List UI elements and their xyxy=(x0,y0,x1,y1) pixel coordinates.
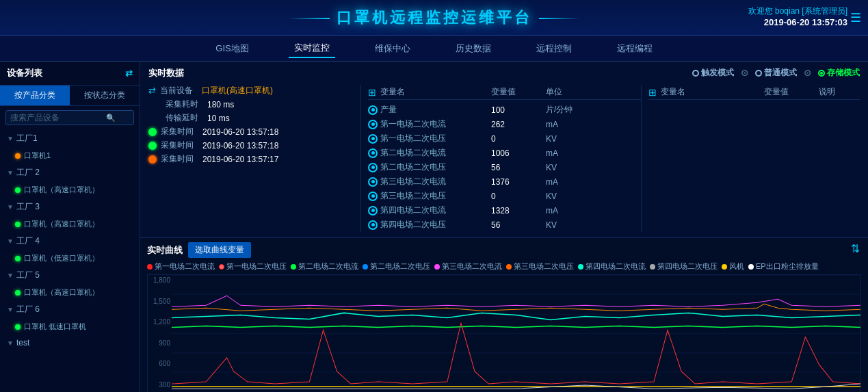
header: 口罩机远程监控运维平台 欢迎您 boqian [系统管理员] 2019-06-2… xyxy=(0,0,868,36)
factory-item-test[interactable]: ▼ test xyxy=(0,335,140,351)
header-right: 欢迎您 boqian [系统管理员] 2019-06-20 13:57:03 xyxy=(748,5,847,27)
device-item-4-1[interactable]: 口罩机（低速口罩机） xyxy=(0,250,140,266)
swap-icon[interactable]: ⇄ xyxy=(148,86,156,96)
tab-by-status[interactable]: 按状态分类 xyxy=(70,86,140,105)
search-input[interactable] xyxy=(10,113,106,122)
var-val-7: 1328 xyxy=(491,206,546,215)
collect-row: 采集耗时 180 ms xyxy=(148,99,354,110)
select-curve-btn[interactable]: 选取曲线变量 xyxy=(188,242,251,258)
status-dot xyxy=(15,187,21,193)
expand-arrow: ▼ xyxy=(7,339,14,347)
factory-name: 工厂 3 xyxy=(16,201,40,213)
main-layout: 设备列表 ⇄ 按产品分类 按状态分类 🔍 ▼ 工厂1 口罩机1 ▼ 工厂 2 xyxy=(0,62,868,392)
legend-dot-2 xyxy=(291,264,296,270)
var-val-0: 100 xyxy=(491,105,546,115)
time-row-3: 采集时间 2019-06-20 13:57:17 xyxy=(148,153,354,165)
legend-item-9: EP出口粉尘排放量 xyxy=(748,261,819,272)
device-item-1-1[interactable]: 口罩机1 xyxy=(0,148,140,164)
var-row-2: 第一电场二次电压 0 KV xyxy=(368,131,641,146)
var-unit-0: 片/分钟 xyxy=(546,104,587,116)
factory-name: 工厂 5 xyxy=(16,270,40,281)
trigger-mode-btn[interactable]: 触发模式 xyxy=(692,67,734,79)
trigger-label: 触发模式 xyxy=(701,67,734,79)
chart-section: 实时曲线 选取曲线变量 第一电场二次电流 第一电场二次电压 第二电场二次电流 xyxy=(140,238,868,392)
realtime-title: 实时数据 触发模式 ⊙ 普通模式 ⊙ 存储模式 xyxy=(148,67,860,79)
status-green-1 xyxy=(148,128,157,136)
var-unit-2: KV xyxy=(546,134,587,144)
factory-item-3[interactable]: ▼ 工厂 3 xyxy=(0,198,140,216)
var-val-8: 56 xyxy=(491,220,546,230)
nav-item-programming[interactable]: 远程编程 xyxy=(611,40,658,57)
legend-dot-9 xyxy=(748,264,754,270)
var-val-5: 1376 xyxy=(491,177,546,187)
var-name-1: 第一电场二次电流 xyxy=(380,118,446,130)
expand-arrow: ▼ xyxy=(7,272,14,279)
expand-arrow: ▼ xyxy=(7,237,14,245)
factory-name: 工厂1 xyxy=(16,133,38,144)
var-row-4: 第二电场二次电压 56 KV xyxy=(368,160,641,174)
legend-label-1: 第一电场二次电压 xyxy=(226,261,287,272)
var-icon-7 xyxy=(368,206,378,215)
nav-item-history[interactable]: 历史数据 xyxy=(450,40,497,57)
var-icon-6 xyxy=(368,192,378,201)
normal-mode-btn[interactable]: 普通模式 xyxy=(755,67,797,79)
y-label-0: 1,800 xyxy=(149,276,170,284)
var-row-0: 产量 100 片/分钟 xyxy=(368,103,641,117)
device-item-3-1[interactable]: 口罩机（高速口罩机） xyxy=(0,216,140,232)
chart-refresh-icon[interactable]: ⇅ xyxy=(851,242,860,255)
legend-item-5: 第三电场二次电压 xyxy=(506,261,574,272)
collect-value: 180 ms xyxy=(207,100,234,109)
factory-item-1[interactable]: ▼ 工厂1 xyxy=(0,129,140,148)
nav-item-gis[interactable]: GIS地图 xyxy=(210,40,254,57)
var-unit-8: KV xyxy=(546,220,587,230)
legend-label-2: 第二电场二次电流 xyxy=(298,261,358,272)
nav-bar: GIS地图 实时监控 维保中心 历史数据 远程控制 远程编程 xyxy=(0,36,868,62)
factory-item-4[interactable]: ▼ 工厂 4 xyxy=(0,232,140,250)
legend-dot-6 xyxy=(578,264,583,270)
legend-item-7: 第四电场二次电压 xyxy=(650,261,718,272)
realtime-title-text: 实时数据 xyxy=(148,67,184,79)
menu-icon[interactable]: ☰ xyxy=(850,10,861,25)
legend-dot-0 xyxy=(147,264,153,270)
var-name-6: 第三电场二次电压 xyxy=(380,190,446,202)
normal-radio xyxy=(755,70,762,77)
app-title: 口罩机远程监控运维平台 xyxy=(282,8,587,28)
legend-label-0: 第一电场二次电流 xyxy=(155,261,215,272)
datetime-display: 2019-06-20 13:57:03 xyxy=(748,17,847,27)
search-icon: 🔍 xyxy=(106,114,116,122)
var-icon-2 xyxy=(368,134,378,144)
var-row-3: 第二电场二次电流 1006 mA xyxy=(368,146,641,160)
nav-item-monitor[interactable]: 实时监控 xyxy=(289,39,335,58)
nav-item-control[interactable]: 远程控制 xyxy=(531,40,577,57)
tab-by-product[interactable]: 按产品分类 xyxy=(0,86,70,105)
var-unit-3: mA xyxy=(546,148,587,158)
right-col-varval: 变量值 xyxy=(764,86,819,98)
var-unit-7: mA xyxy=(546,206,587,215)
device-item-6-1[interactable]: 口罩机 低速口罩机 xyxy=(0,319,140,335)
legend-dot-1 xyxy=(219,264,224,270)
factory-item-6[interactable]: ▼ 工厂 6 xyxy=(0,300,140,319)
factory-item-5[interactable]: ▼ 工厂 5 xyxy=(0,266,140,285)
status-orange xyxy=(148,155,157,164)
legend-label-3: 第二电场二次电压 xyxy=(370,261,430,272)
sidebar-refresh-icon[interactable]: ⇄ xyxy=(125,68,133,79)
factory-item-2[interactable]: ▼ 工厂 2 xyxy=(0,164,140,182)
device-info: ⇄ 当前设备 口罩机(高速口罩机) 采集耗时 180 ms 传输延时 10 ms xyxy=(148,85,360,232)
mode-divider: ⊙ xyxy=(741,68,748,78)
device-item-5-1[interactable]: 口罩机（高速口罩机） xyxy=(0,285,140,300)
storage-mode-btn[interactable]: 存储模式 xyxy=(818,67,860,79)
nav-item-maintenance[interactable]: 维保中心 xyxy=(369,40,416,57)
var-name-5: 第三电场二次电流 xyxy=(380,176,446,187)
device-item-2-1[interactable]: 口罩机（高速口罩机） xyxy=(0,182,140,198)
transfer-value: 10 ms xyxy=(207,114,230,123)
right-col-varname: 变量名 xyxy=(661,86,685,98)
sidebar-title: 设备列表 xyxy=(7,67,42,79)
legend-label-8: 风机 xyxy=(729,261,744,272)
device-value: 口罩机(高速口罩机) xyxy=(202,85,273,96)
status-dot xyxy=(15,324,21,330)
var-val-3: 1006 xyxy=(491,148,546,158)
collect-label: 采集耗时 xyxy=(166,99,203,110)
right-col-header: ⊞ 变量名 变量值 说明 xyxy=(648,85,860,100)
chart-title: 实时曲线 xyxy=(147,244,183,257)
legend-dot-3 xyxy=(363,264,368,270)
